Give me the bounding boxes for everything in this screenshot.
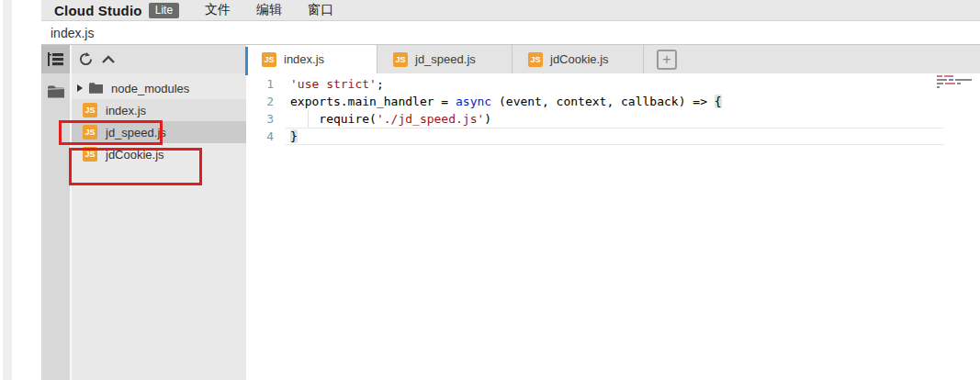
tree-item-label: index.js bbox=[106, 104, 146, 117]
tree-item-label: jd_speed.js bbox=[106, 126, 166, 140]
menu-edit[interactable]: 编辑 bbox=[243, 2, 295, 18]
app-logo: Cloud Studio bbox=[54, 3, 142, 18]
tree-item-index-js[interactable]: JS index.js bbox=[72, 99, 246, 121]
minimap-line bbox=[937, 79, 972, 81]
line-number: 3 bbox=[246, 110, 274, 128]
tab-label: jdCookie.js bbox=[550, 52, 609, 66]
activity-bar bbox=[41, 45, 72, 380]
page-scroll-strip bbox=[3, 0, 12, 380]
minimap-line bbox=[937, 83, 972, 84]
editor-zone: JS index.js JS jd_speed.js JS jdCookie.j… bbox=[246, 45, 980, 380]
ide-window: Cloud Studio Lite 文件 编辑 窗口 index.js bbox=[41, 0, 980, 380]
line-number: 2 bbox=[246, 93, 274, 110]
menu-window[interactable]: 窗口 bbox=[295, 2, 346, 18]
folder-icon bbox=[48, 85, 64, 98]
js-file-icon: JS bbox=[83, 147, 97, 162]
code-line[interactable]: 1 'use strict'; bbox=[246, 75, 980, 93]
tree-item-label: jdCookie.js bbox=[106, 148, 164, 162]
line-number: 4 bbox=[246, 128, 274, 145]
js-file-icon: JS bbox=[262, 52, 276, 67]
menubar: Cloud Studio Lite 文件 编辑 窗口 bbox=[41, 0, 980, 21]
js-file-icon: JS bbox=[528, 52, 543, 67]
minimap-line bbox=[937, 86, 972, 88]
tab-jdcookie-js[interactable]: JS jdCookie.js bbox=[513, 45, 644, 73]
tree-item-jdcookie-js[interactable]: JS jdCookie.js bbox=[72, 143, 246, 165]
lite-badge: Lite bbox=[149, 3, 179, 18]
tab-index-js[interactable]: JS index.js bbox=[246, 45, 377, 73]
js-file-icon: JS bbox=[393, 52, 408, 67]
tree-item-jd-speed-js[interactable]: JS jd_speed.js bbox=[72, 121, 246, 143]
window-title: index.js bbox=[51, 26, 94, 40]
window-title-bar: index.js bbox=[41, 21, 980, 45]
minimap-line bbox=[937, 75, 972, 77]
active-group-accent bbox=[245, 47, 248, 75]
explorer-view-button[interactable] bbox=[41, 45, 70, 73]
js-file-icon: JS bbox=[83, 125, 97, 140]
file-explorer: node_modules JS index.js JS jd_speed.js … bbox=[72, 45, 246, 380]
line-number: 1 bbox=[246, 75, 274, 93]
code-editor[interactable]: 1 'use strict'; 2 exports.main_handler =… bbox=[246, 73, 980, 380]
code-line[interactable]: 2 exports.main_handler = async (event, c… bbox=[246, 93, 980, 110]
minimap[interactable] bbox=[937, 75, 972, 90]
tab-label: index.js bbox=[284, 52, 324, 66]
folder-icon bbox=[89, 83, 103, 94]
folder-view-button[interactable] bbox=[41, 78, 70, 106]
code-line[interactable]: 4 } bbox=[246, 128, 980, 145]
menu-file[interactable]: 文件 bbox=[192, 2, 243, 18]
tab-jd-speed-js[interactable]: JS jd_speed.js bbox=[377, 45, 513, 73]
tree-view-icon bbox=[48, 52, 63, 66]
explorer-toolbar bbox=[72, 45, 246, 73]
tree-item-node-modules[interactable]: node_modules bbox=[72, 77, 246, 99]
tab-label: jd_speed.js bbox=[415, 52, 476, 66]
new-tab-button[interactable]: + bbox=[657, 50, 677, 70]
tree-item-label: node_modules bbox=[111, 82, 189, 95]
tab-bar: JS index.js JS jd_speed.js JS jdCookie.j… bbox=[246, 45, 980, 73]
menu-items: 文件 编辑 窗口 bbox=[192, 2, 346, 18]
js-file-icon: JS bbox=[83, 103, 97, 117]
collapse-all-icon[interactable] bbox=[102, 55, 115, 63]
file-tree: node_modules JS index.js JS jd_speed.js … bbox=[72, 77, 246, 165]
code-line[interactable]: 3 require('./jd_speed.js') bbox=[246, 110, 980, 128]
refresh-icon[interactable] bbox=[79, 52, 93, 66]
chevron-right-icon bbox=[77, 84, 83, 92]
